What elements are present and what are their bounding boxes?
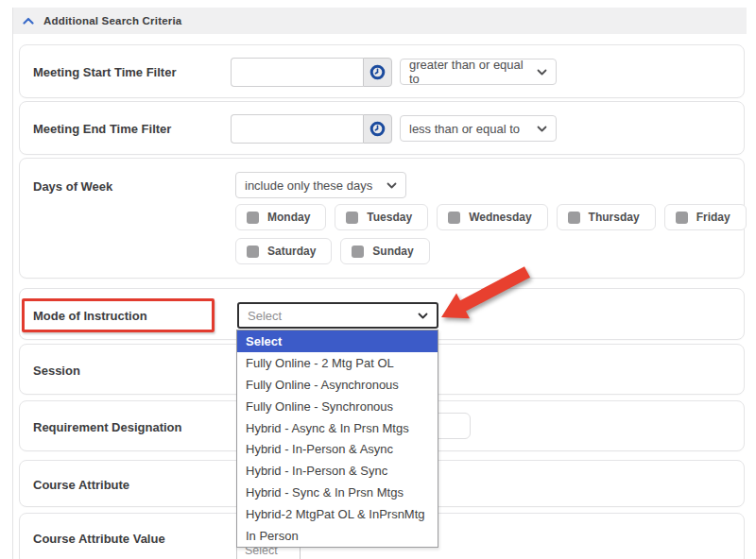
day-checkbox-friday[interactable]: Friday	[664, 204, 747, 230]
day-label: Thursday	[589, 211, 640, 224]
meeting-start-time-picker-button[interactable]	[363, 58, 392, 87]
day-label: Saturday	[267, 245, 316, 258]
section-title: Additional Search Criteria	[43, 15, 181, 26]
clock-icon	[369, 121, 386, 137]
mode-of-instruction-select[interactable]: Select	[237, 302, 438, 329]
chevron-up-icon	[23, 17, 34, 25]
day-label: Monday	[267, 211, 310, 224]
day-label: Tuesday	[367, 211, 412, 224]
operator-selected-value: less than or equal to	[409, 122, 520, 136]
days-filter-selected-value: include only these days	[245, 178, 372, 193]
meeting-start-operator-select[interactable]: greater than or equal to	[400, 59, 557, 85]
meeting-end-time-group	[231, 114, 392, 144]
meeting-end-time-input[interactable]	[231, 114, 363, 144]
course-attribute-value-label: Course Attribute Value	[33, 532, 165, 546]
section-left-border	[12, 8, 13, 559]
mode-of-instruction-dropdown-list: Select Fully Online - 2 Mtg Pat OL Fully…	[236, 330, 438, 548]
dropdown-option[interactable]: Hybrid - In-Person & Sync	[237, 460, 438, 482]
session-label: Session	[33, 364, 80, 378]
row-meeting-start-time: Meeting Start Time Filter greater than o…	[19, 44, 745, 98]
checkbox-icon	[247, 246, 259, 258]
days-filter-select[interactable]: include only these days	[235, 172, 406, 198]
chevron-down-icon	[418, 313, 428, 319]
day-label: Wednesday	[469, 211, 531, 224]
day-checkbox-thursday[interactable]: Thursday	[557, 204, 656, 230]
checkbox-icon	[448, 212, 460, 224]
checkbox-icon	[676, 212, 688, 224]
mode-of-instruction-label: Mode of Instruction	[33, 309, 147, 323]
checkbox-icon	[568, 212, 580, 224]
operator-selected-value: greater than or equal to	[409, 58, 531, 86]
dropdown-option-select[interactable]: Select	[237, 330, 438, 352]
mode-selected-value: Select	[248, 309, 282, 323]
chevron-down-icon	[537, 69, 547, 76]
dropdown-option[interactable]: Hybrid-2 MtgPat OL & InPrsnMtg	[237, 503, 438, 525]
clock-icon	[369, 64, 386, 80]
dropdown-option[interactable]: Fully Online - Asynchronous	[237, 374, 438, 396]
dropdown-option[interactable]: Fully Online - Synchronous	[237, 396, 438, 417]
chevron-down-icon	[537, 126, 547, 132]
meeting-start-time-input[interactable]	[231, 58, 363, 87]
chevron-down-icon	[387, 182, 397, 189]
day-checkbox-sunday[interactable]: Sunday	[340, 238, 429, 264]
row-days-of-week: Days of Week include only these days Mon…	[19, 158, 745, 279]
days-row-1: Monday Tuesday Wednesday Thursday Friday	[235, 204, 747, 230]
dropdown-option[interactable]: In Person	[237, 525, 438, 547]
day-checkbox-wednesday[interactable]: Wednesday	[437, 204, 547, 230]
days-row-2: Saturday Sunday	[235, 238, 430, 264]
meeting-end-time-picker-button[interactable]	[363, 114, 392, 144]
course-attribute-label: Course Attribute	[33, 478, 129, 492]
meeting-start-time-group	[231, 58, 392, 87]
day-checkbox-monday[interactable]: Monday	[235, 204, 326, 230]
row-meeting-end-time: Meeting End Time Filter less than or equ…	[19, 101, 745, 155]
checkbox-icon	[247, 212, 259, 224]
meeting-start-label: Meeting Start Time Filter	[33, 65, 176, 79]
day-label: Sunday	[372, 245, 413, 258]
annotation-highlight-box: Mode of Instruction	[22, 298, 215, 332]
days-of-week-label: Days of Week	[33, 179, 112, 194]
checkbox-icon	[352, 246, 364, 258]
day-checkbox-saturday[interactable]: Saturday	[235, 238, 332, 264]
dropdown-option[interactable]: Hybrid - In-Person & Async	[237, 438, 438, 460]
meeting-end-label: Meeting End Time Filter	[33, 122, 171, 136]
additional-search-criteria-panel: Additional Search Criteria Meeting Start…	[0, 0, 756, 559]
dropdown-option[interactable]: Hybrid - Async & In Prsn Mtgs	[237, 417, 438, 439]
dropdown-option[interactable]: Fully Online - 2 Mtg Pat OL	[237, 352, 438, 374]
day-label: Friday	[696, 211, 730, 224]
dropdown-option[interactable]: Hybrid - Sync & In Prsn Mtgs	[237, 482, 438, 503]
meeting-end-operator-select[interactable]: less than or equal to	[400, 115, 557, 142]
checkbox-icon	[346, 212, 358, 224]
section-header-toggle[interactable]: Additional Search Criteria	[13, 8, 747, 34]
day-checkbox-tuesday[interactable]: Tuesday	[335, 204, 428, 230]
requirement-designation-label: Requirement Designation	[33, 420, 181, 434]
